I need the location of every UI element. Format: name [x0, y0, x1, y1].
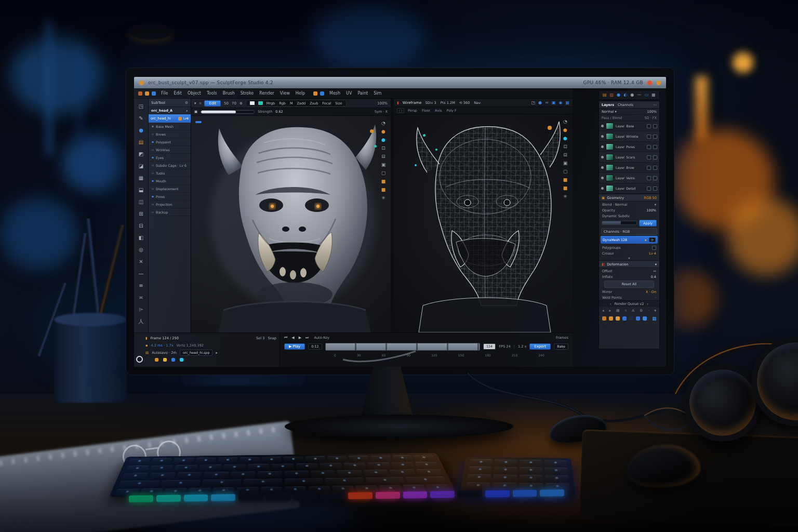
tool-icon[interactable]: ✕ [136, 256, 147, 267]
apply-button[interactable]: Apply [639, 220, 657, 227]
prop-label[interactable]: Weld Points [602, 296, 622, 300]
swatch[interactable] [609, 316, 613, 321]
footer-icon[interactable]: · [648, 309, 649, 313]
layer-toggle-fx[interactable] [653, 166, 657, 170]
menu-item[interactable]: Paint [357, 91, 368, 96]
caret-icon[interactable]: ▾ [655, 203, 656, 207]
viewport-tool-icon[interactable]: ● [563, 128, 567, 132]
visibility-toggle[interactable] [601, 145, 604, 148]
reset-all-button[interactable]: Reset All [604, 281, 654, 288]
menu-item[interactable]: Help [296, 91, 305, 96]
layer-toggle-fx[interactable] [653, 155, 657, 159]
edit-mode-button[interactable]: Edit [204, 100, 221, 107]
viewport-stat[interactable]: ⟲ 360 [459, 101, 470, 105]
viewport-sculpt[interactable]: ▾ ⌗ Edit 50 70 ⊕ MrgbRgbMZaddZsubFocalSi… [191, 99, 391, 332]
display-mode-badge[interactable]: ⬚ [397, 108, 404, 113]
viewport-tool-icon[interactable]: ▣ [563, 161, 568, 166]
toolbar-icon[interactable]: ▤ [603, 93, 607, 97]
toolbar-icon[interactable]: ▦ [651, 93, 656, 97]
viewport-stat[interactable]: Pts 1.2M [441, 101, 455, 105]
menu-icon[interactable] [320, 91, 324, 96]
viewport-header-icon[interactable]: ● [538, 101, 542, 105]
brush-icon[interactable]: ▣ [194, 110, 197, 114]
tool-icon[interactable]: 人 [136, 316, 147, 327]
export-button[interactable]: Export [529, 343, 551, 350]
minimize-button[interactable] [647, 81, 652, 85]
layer-row[interactable]: Layer_Wrinkle [599, 131, 659, 142]
tool-icon[interactable]: ● [136, 125, 147, 136]
subtool-item[interactable]: ▫ Wrinkles [149, 146, 191, 154]
visibility-toggle[interactable] [601, 125, 604, 127]
caret-icon[interactable]: ▸ [187, 109, 188, 113]
subtool-item[interactable]: ▫ Subdiv Cage · Lv 6 [149, 162, 191, 169]
sculpt-canvas[interactable]: ◔●●⊡⊟▣▢■■✳ [191, 116, 391, 332]
viewport-stat[interactable]: Nav [474, 101, 481, 105]
menu-item[interactable]: Mesh [329, 91, 340, 96]
subtool-item[interactable]: ▫ Projection [149, 201, 191, 208]
menu-item[interactable]: Render [259, 91, 274, 96]
options-icon[interactable]: ⋯ [654, 103, 657, 107]
channel-segment[interactable]: Rgb [279, 101, 286, 105]
menu-icon[interactable] [145, 91, 149, 96]
layer-thumbnail[interactable] [606, 133, 614, 140]
tool-icon[interactable]: ≍ [136, 292, 147, 303]
layer-thumbnail[interactable] [606, 185, 614, 192]
polygroups-toggle[interactable] [652, 246, 656, 250]
viewport-wireframe[interactable]: ▮ Wireframe SDiv 3Pts 1.2M⟲ 360Nav ◳●≈▣◉… [394, 99, 573, 332]
menu-icon[interactable] [138, 91, 142, 96]
dynamesh-row-selected[interactable]: DynaMesh 128 ▸ ⟳ [601, 236, 658, 244]
transport-button[interactable]: ⏮ [284, 336, 287, 340]
prop-label[interactable]: Polygroups [602, 246, 621, 250]
layer-toggle-sd[interactable] [647, 187, 651, 191]
layer-toggle-sd[interactable] [647, 155, 651, 159]
play-button[interactable]: ▶ Play [284, 343, 305, 350]
channel-segment[interactable]: M [290, 101, 293, 105]
viewport-tool-icon[interactable]: ✳ [563, 194, 567, 199]
layer-row[interactable]: Layer_Veins [599, 173, 659, 183]
menu-item[interactable]: File [161, 91, 168, 96]
channel-segment[interactable]: Focal [322, 101, 331, 105]
tool-icon[interactable]: ⊞ [136, 208, 147, 219]
collapse-caret[interactable]: ▾ [599, 256, 659, 260]
transport-button[interactable]: ⏭ [305, 336, 309, 340]
layer-toggle-fx[interactable] [653, 135, 657, 139]
swatch[interactable] [629, 316, 633, 321]
viewport-header-icon[interactable]: ▦ [565, 101, 569, 105]
viewport-tool-icon[interactable]: ■ [381, 188, 386, 192]
toolbar-icon[interactable]: ◐ [623, 93, 627, 97]
viewport-tool-icon[interactable]: ✳ [381, 196, 385, 201]
visibility-toggle[interactable] [601, 187, 604, 190]
status-dot[interactable] [180, 358, 183, 362]
viewport-tool-icon[interactable]: ▢ [381, 171, 386, 176]
layer-thumbnail[interactable] [606, 123, 614, 129]
blend-mode-select[interactable]: Normal ▾ [602, 110, 617, 114]
menu-item[interactable]: UV [346, 91, 352, 96]
subtool-item[interactable]: ▪ Eyes [149, 154, 191, 162]
timeline-ruler[interactable]: 0306090120150180210240 [284, 353, 568, 357]
subtool-item[interactable]: ▪ Polypaint [149, 138, 191, 146]
layer-thumbnail[interactable] [606, 154, 614, 161]
layer-thumbnail[interactable] [606, 164, 614, 171]
snap-label[interactable]: Snap [268, 336, 276, 340]
channels-box[interactable]: Channels · RGB [601, 228, 657, 235]
prop-label[interactable]: Mirror [602, 290, 612, 294]
footer-icon[interactable]: A [632, 309, 634, 313]
viewport-header-icon[interactable]: ▣ [552, 101, 556, 105]
menu-icon[interactable] [313, 91, 317, 96]
render-queue-label[interactable]: Render Queue v2 [615, 302, 644, 306]
menu-item[interactable]: Tools [207, 91, 217, 96]
display-option[interactable]: Poly F [447, 109, 457, 113]
tab-channels[interactable]: Channels [618, 103, 633, 107]
channel-segment[interactable]: Size [335, 101, 342, 105]
record-badge[interactable] [178, 117, 182, 121]
layer-toggle-sd[interactable] [647, 166, 651, 170]
layer-toggle-fx[interactable] [653, 124, 657, 128]
tool-icon[interactable]: — [136, 268, 147, 279]
zoom-level[interactable]: 100% [377, 101, 388, 105]
layer-toggle-fx[interactable] [653, 176, 657, 180]
viewport-tool-icon[interactable]: ■ [563, 178, 568, 182]
grid-icon[interactable]: ▦ [652, 316, 657, 321]
status-dot[interactable] [155, 358, 158, 362]
footer-icon[interactable]: ◂ [602, 309, 604, 313]
keyboard[interactable] [109, 453, 456, 497]
